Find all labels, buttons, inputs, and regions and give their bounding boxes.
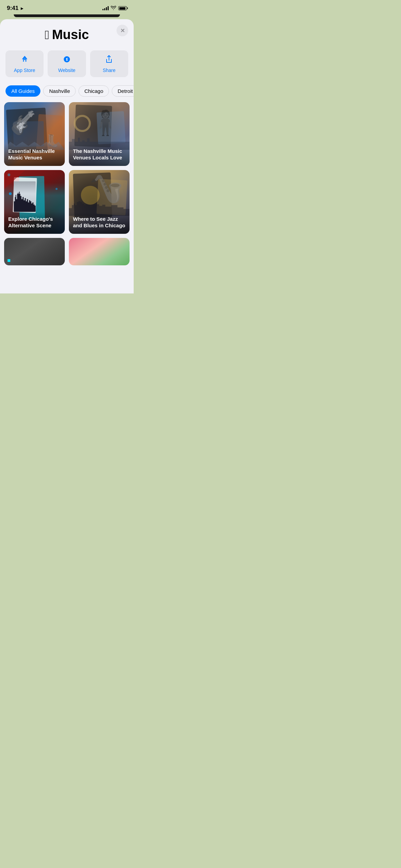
card-nashville-venues-label: Essential Nashville Music Venues — [4, 144, 65, 166]
notch — [14, 14, 120, 17]
card-partial-dark[interactable] — [4, 238, 65, 265]
location-arrow-icon: ► — [20, 6, 24, 11]
action-buttons-row: App Store Website Share — [0, 48, 134, 83]
status-time: 9:41 ► — [7, 5, 24, 12]
app-store-button[interactable]: App Store — [5, 50, 44, 77]
filter-chicago-label: Chicago — [84, 88, 103, 94]
filter-all-guides[interactable]: All Guides — [5, 85, 40, 97]
card-nashville-venues[interactable]: 🎸 👢 Essential Nashville Music Venues — [4, 102, 65, 166]
app-store-icon — [21, 55, 29, 65]
filter-chicago[interactable]: Chicago — [78, 85, 109, 97]
card-chicago-alt-label: Explore Chicago's Alternative Scene — [4, 212, 65, 234]
status-icons — [102, 6, 127, 11]
filter-pills-row: All Guides Nashville Chicago Detroit New… — [0, 83, 134, 102]
card-nashville-locals-label: The Nashville Music Venues Locals Love — [69, 144, 130, 166]
filter-detroit[interactable]: Detroit — [112, 85, 134, 97]
wifi-icon — [111, 6, 116, 11]
signal-icon — [102, 6, 109, 10]
close-button[interactable]: ✕ — [117, 25, 128, 36]
cards-grid: 🎸 👢 Essential Nashville Music Venues 🧍 — [0, 102, 134, 234]
app-title:  Music — [7, 27, 127, 42]
status-bar: 9:41 ► — [0, 0, 134, 14]
filter-nashville[interactable]: Nashville — [43, 85, 76, 97]
filter-all-label: All Guides — [11, 88, 35, 94]
card-nashville-locals[interactable]: 🧍 The Nashville Music Venues Locals Love — [69, 102, 130, 166]
website-label: Website — [58, 68, 75, 73]
svg-point-1 — [66, 59, 67, 60]
partial-cards-row — [0, 234, 134, 265]
partial-dot-icon — [8, 259, 10, 262]
card-chicago-alt[interactable]: Explore Chicago's Alternative Scene — [4, 170, 65, 234]
battery-icon — [118, 6, 127, 10]
app-name-label: Music — [52, 27, 89, 42]
sheet-header: ✕  Music — [0, 19, 134, 48]
filter-nashville-label: Nashville — [49, 88, 70, 94]
sheet: ✕  Music App Store — [0, 19, 134, 293]
share-button[interactable]: Share — [90, 50, 128, 77]
app-store-label: App Store — [14, 68, 35, 73]
website-button[interactable]: Website — [48, 50, 86, 77]
card-chicago-jazz-label: Where to See Jazz and Blues in Chicago — [69, 212, 130, 234]
card-chicago-jazz[interactable]: 🎷 Where to See Jazz and Blues in Chicago — [69, 170, 130, 234]
apple-logo-icon:  — [45, 29, 49, 41]
close-icon: ✕ — [120, 27, 125, 34]
filter-detroit-label: Detroit — [118, 88, 133, 94]
compass-icon — [63, 55, 71, 65]
card-partial-colorful[interactable] — [69, 238, 130, 265]
share-icon — [105, 55, 113, 65]
time-display: 9:41 — [7, 5, 19, 12]
share-label: Share — [103, 68, 116, 73]
